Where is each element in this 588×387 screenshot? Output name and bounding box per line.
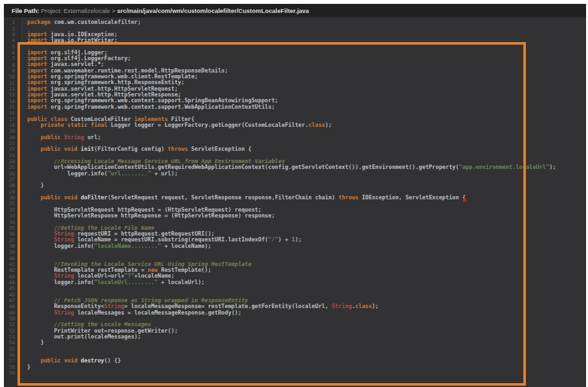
gutter-line: 44 <box>4 280 21 285</box>
gutter-line: 11 <box>4 80 21 85</box>
editor-area[interactable]: 1234567891011121314151617▾1819202122▾232… <box>4 17 586 387</box>
gutter-line: 15 <box>4 104 21 110</box>
code-line <box>27 128 586 134</box>
gutter-line: 46 <box>4 291 21 297</box>
gutter-line: 22▾ <box>4 146 21 152</box>
gutter-line: 14 <box>4 98 21 104</box>
line-number: 48 <box>4 304 15 309</box>
gutter-line: 31 <box>4 201 21 206</box>
code-line <box>27 177 586 182</box>
line-number: 47 <box>4 298 15 304</box>
gutter-line: 1 <box>4 19 21 25</box>
line-number: 32 <box>4 207 15 213</box>
line-number: 10 <box>4 74 15 80</box>
gutter-line: 12 <box>4 86 21 92</box>
gutter-line: 2 <box>4 25 21 31</box>
line-number: 23 <box>4 153 15 159</box>
line-number: 52 <box>4 328 15 334</box>
line-number: 33 <box>4 213 15 219</box>
gutter-line: 7 <box>4 56 21 61</box>
gutter-line: 59 <box>4 370 21 376</box>
gutter-line: 30▾ <box>4 195 21 201</box>
gutter-line: 58 <box>4 364 21 370</box>
file-path-bar: File Path: Project: Externalizelocale > … <box>4 4 586 17</box>
gutter-line: 16 <box>4 110 21 116</box>
code-line: logger.info("localeName........" + local… <box>27 243 586 249</box>
error-indicator-dot <box>463 199 466 202</box>
line-number: 35 <box>4 225 15 231</box>
gutter-line: 13 <box>4 92 21 98</box>
line-number: 27 <box>4 177 15 182</box>
line-number: 15 <box>4 104 15 110</box>
line-number: 13 <box>4 92 15 98</box>
line-number: 21 <box>4 140 15 146</box>
line-number: 7 <box>4 56 15 61</box>
code-line <box>27 249 586 255</box>
gutter-line: 42 <box>4 267 21 273</box>
fold-toggle-icon[interactable]: ▾ <box>15 195 21 200</box>
code-line: public String url; <box>27 135 586 140</box>
code-editor-window: File Path: Project: Externalizelocale > … <box>4 4 586 387</box>
line-number: 16 <box>4 110 15 116</box>
line-number: 44 <box>4 280 15 285</box>
gutter-line: 6 <box>4 50 21 56</box>
line-number: 19 <box>4 128 15 134</box>
code-line <box>27 346 586 352</box>
line-number: 9 <box>4 68 15 74</box>
code-line <box>27 370 586 376</box>
gutter-line: 50 <box>4 316 21 322</box>
line-number: 31 <box>4 201 15 206</box>
gutter-line: 33 <box>4 213 21 219</box>
gutter-line: 4 <box>4 38 21 43</box>
gutter-line: 56 <box>4 352 21 358</box>
code-line: public void doFilter(ServletRequest requ… <box>27 195 586 201</box>
code-lines[interactable]: package com.wm.customlocalefilter; impor… <box>22 17 586 387</box>
gutter-line: 37 <box>4 237 21 243</box>
gutter-line: 29 <box>4 189 21 195</box>
line-number: 5 <box>4 44 15 50</box>
gutter-line: 52 <box>4 328 21 334</box>
line-number: 26 <box>4 171 15 177</box>
line-number-gutter[interactable]: 1234567891011121314151617▾1819202122▾232… <box>4 17 22 387</box>
gutter-line: 5 <box>4 43 21 49</box>
gutter-line: 17▾ <box>4 116 21 122</box>
gutter-line: 18 <box>4 122 21 128</box>
line-number: 41 <box>4 261 15 267</box>
line-number: 46 <box>4 292 15 298</box>
line-number: 51 <box>4 322 15 327</box>
gutter-line: 57 <box>4 358 21 364</box>
line-number: 18 <box>4 122 15 128</box>
line-number: 30 <box>4 195 15 201</box>
gutter-line: 21 <box>4 140 21 146</box>
line-number: 56 <box>4 352 15 358</box>
project-breadcrumb: Project: Externalizelocale > <box>41 7 117 14</box>
gutter-line: 3 <box>4 32 21 38</box>
gutter-line: 34 <box>4 219 21 225</box>
gutter-line: 36 <box>4 231 21 237</box>
fold-toggle-icon[interactable]: ▾ <box>15 147 21 151</box>
code-line: HttpServletResponse httpResponse = (Http… <box>27 213 586 219</box>
fold-toggle-icon[interactable]: ▾ <box>15 117 21 122</box>
gutter-line: 20 <box>4 135 21 140</box>
gutter-line: 27 <box>4 177 21 182</box>
code-line: } <box>27 340 586 346</box>
line-number: 58 <box>4 364 15 370</box>
line-number: 42 <box>4 267 15 273</box>
line-number: 17 <box>4 116 15 122</box>
line-number: 22 <box>4 146 15 152</box>
gutter-line: 10 <box>4 74 21 80</box>
gutter-line: 28 <box>4 182 21 188</box>
line-number: 37 <box>4 238 15 243</box>
gutter-line: 23 <box>4 153 21 159</box>
code-line: package com.wm.customlocalefilter; <box>27 19 586 25</box>
line-number: 36 <box>4 231 15 237</box>
line-number: 20 <box>4 135 15 140</box>
file-path-label: File Path: <box>12 7 41 14</box>
code-line: import org.springframework.web.context.s… <box>27 104 586 110</box>
file-name-path: src/main/java/com/wm/customlocalefilter/… <box>117 7 309 14</box>
line-number: 4 <box>4 38 15 43</box>
gutter-line: 48 <box>4 304 21 309</box>
gutter-line: 47 <box>4 298 21 304</box>
line-number: 6 <box>4 50 15 56</box>
code-line: import org.slf4j.LoggerFactory; <box>27 56 586 61</box>
